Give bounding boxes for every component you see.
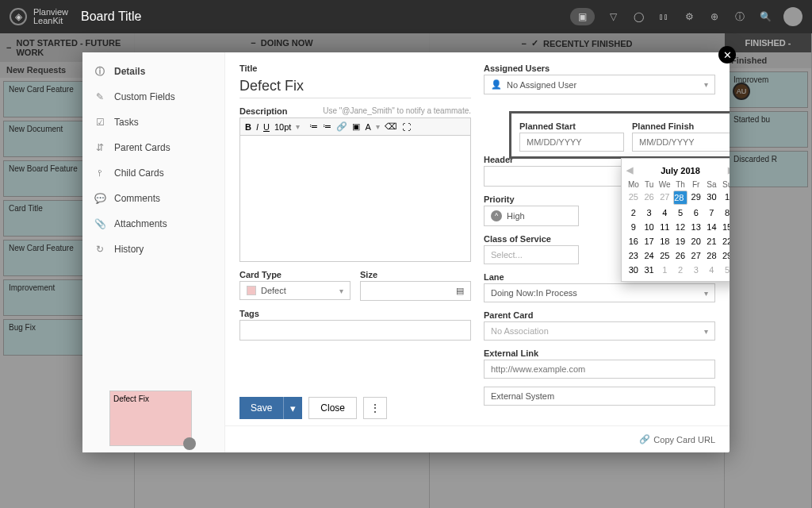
- cal-day[interactable]: 22: [720, 235, 730, 248]
- chart-icon[interactable]: ⫾⫾: [657, 10, 671, 24]
- cal-next-button[interactable]: ▶: [728, 165, 730, 175]
- fullscreen-icon[interactable]: ⛶: [402, 122, 411, 132]
- header-pill-button[interactable]: ▣: [570, 8, 595, 25]
- side-icon: 💬: [94, 192, 106, 205]
- cal-day[interactable]: 6: [689, 206, 703, 219]
- cal-day[interactable]: 29: [689, 190, 703, 205]
- cal-day[interactable]: 26: [642, 190, 657, 205]
- close-modal-button[interactable]: ✕: [718, 46, 736, 64]
- cal-day[interactable]: 3: [689, 264, 703, 276]
- add-user-icon[interactable]: ⊕: [707, 10, 722, 24]
- side-tab-history[interactable]: ↻History: [82, 237, 224, 262]
- cal-day[interactable]: 7: [705, 206, 719, 219]
- copy-card-url[interactable]: 🔗Copy Card URL: [639, 434, 715, 444]
- cal-day[interactable]: 23: [626, 249, 641, 262]
- cos-select[interactable]: Select...: [484, 245, 579, 264]
- underline-button[interactable]: U: [263, 122, 270, 132]
- cal-day[interactable]: 1: [720, 190, 730, 205]
- cal-day[interactable]: 9: [626, 221, 641, 233]
- board-title: Board Title: [81, 10, 141, 24]
- side-icon: ⇵: [94, 141, 106, 154]
- image-icon[interactable]: ▣: [352, 121, 360, 132]
- close-button[interactable]: Close: [308, 397, 357, 419]
- cal-day[interactable]: 4: [705, 264, 719, 276]
- side-tab-comments[interactable]: 💬Comments: [82, 186, 224, 211]
- cal-day[interactable]: 13: [689, 221, 703, 233]
- size-input[interactable]: ▤: [360, 281, 471, 301]
- cal-day[interactable]: 14: [705, 221, 719, 233]
- cal-day[interactable]: 26: [673, 249, 688, 262]
- cal-day[interactable]: 19: [673, 235, 688, 248]
- card-editor-modal: ✕ ⓘDetails✎Custom Fields☑Tasks⇵Parent Ca…: [82, 52, 730, 452]
- card-type-label: Card Type: [239, 270, 350, 279]
- cal-day[interactable]: 2: [673, 264, 688, 276]
- planned-finish-label: Planned Finish: [632, 121, 730, 131]
- description-editor[interactable]: [239, 135, 471, 262]
- settings2-icon[interactable]: ◯: [631, 10, 645, 24]
- cal-day[interactable]: 28: [705, 249, 719, 262]
- cal-day[interactable]: 5: [720, 264, 730, 276]
- cal-day[interactable]: 16: [626, 235, 641, 248]
- cal-day[interactable]: 3: [642, 206, 657, 219]
- cal-day[interactable]: 2: [626, 206, 641, 219]
- cal-day[interactable]: 25: [657, 249, 672, 262]
- user-avatar[interactable]: [783, 7, 802, 26]
- cal-day[interactable]: 30: [626, 264, 641, 276]
- cal-day[interactable]: 17: [642, 235, 657, 248]
- side-tab-attachments[interactable]: 📎Attachments: [82, 211, 224, 237]
- modal-sidebar: ⓘDetails✎Custom Fields☑Tasks⇵Parent Card…: [82, 52, 225, 452]
- cal-day[interactable]: 31: [642, 264, 657, 276]
- link-icon[interactable]: 🔗: [336, 121, 347, 132]
- cal-day[interactable]: 25: [626, 190, 641, 205]
- planned-start-input[interactable]: [519, 133, 624, 152]
- cal-day[interactable]: 10: [642, 221, 657, 233]
- cal-day[interactable]: 5: [673, 206, 688, 219]
- priority-select[interactable]: ^High: [484, 206, 579, 226]
- side-tab-tasks[interactable]: ☑Tasks: [82, 110, 224, 135]
- side-icon: ↻: [94, 243, 106, 256]
- extlink-input[interactable]: [484, 360, 715, 379]
- italic-button[interactable]: I: [256, 122, 259, 132]
- planned-finish-input[interactable]: [632, 133, 730, 152]
- more-actions-button[interactable]: ⋮: [363, 397, 387, 419]
- cal-day[interactable]: 15: [720, 221, 730, 233]
- search-icon[interactable]: 🔍: [758, 10, 772, 24]
- cal-day[interactable]: 28: [673, 190, 688, 205]
- card-type-select[interactable]: Defect▾: [239, 281, 350, 300]
- side-tab-details[interactable]: ⓘDetails: [82, 59, 224, 84]
- side-icon: ☑: [94, 116, 106, 129]
- cal-day[interactable]: 27: [689, 249, 703, 262]
- cal-day[interactable]: 20: [689, 235, 703, 248]
- cal-prev-button[interactable]: ◀: [626, 165, 633, 175]
- cal-day[interactable]: 18: [657, 235, 672, 248]
- side-tab-custom-fields[interactable]: ✎Custom Fields: [82, 84, 224, 110]
- cal-day[interactable]: 29: [720, 249, 730, 262]
- cal-day[interactable]: 1: [657, 264, 672, 276]
- clear-format-icon[interactable]: ⌫: [385, 121, 397, 132]
- cal-month: July 2018: [661, 166, 700, 175]
- assigned-select[interactable]: 👤No Assigned User▾: [484, 75, 715, 94]
- filter-icon[interactable]: ▽: [606, 10, 620, 24]
- parent-select[interactable]: No Association▾: [484, 321, 715, 341]
- cal-day[interactable]: 24: [642, 249, 657, 262]
- lane-select[interactable]: Doing Now:In Process▾: [484, 283, 715, 302]
- save-button[interactable]: Save: [239, 397, 283, 419]
- tags-input[interactable]: [239, 320, 471, 341]
- cal-day[interactable]: 11: [657, 221, 672, 233]
- bold-button[interactable]: B: [245, 122, 251, 132]
- font-size-select[interactable]: 10pt: [274, 122, 291, 132]
- cal-day[interactable]: 12: [673, 221, 688, 233]
- cal-day[interactable]: 27: [657, 190, 672, 205]
- planned-dates-group: Planned Start Planned Finish ◀ July 2018: [509, 111, 730, 159]
- cal-day[interactable]: 30: [705, 190, 719, 205]
- cal-day[interactable]: 4: [657, 206, 672, 219]
- save-menu-button[interactable]: ▾: [283, 397, 302, 419]
- cal-day[interactable]: 21: [705, 235, 719, 248]
- external-system[interactable]: External System: [484, 387, 715, 406]
- gear-icon[interactable]: ⚙: [682, 10, 696, 24]
- info-icon[interactable]: ⓘ: [733, 10, 747, 24]
- side-tab-child-cards[interactable]: ⫯Child Cards: [82, 160, 224, 186]
- cal-day[interactable]: 8: [720, 206, 730, 219]
- title-value[interactable]: Defect Fix: [239, 75, 471, 98]
- side-tab-parent-cards[interactable]: ⇵Parent Cards: [82, 135, 224, 160]
